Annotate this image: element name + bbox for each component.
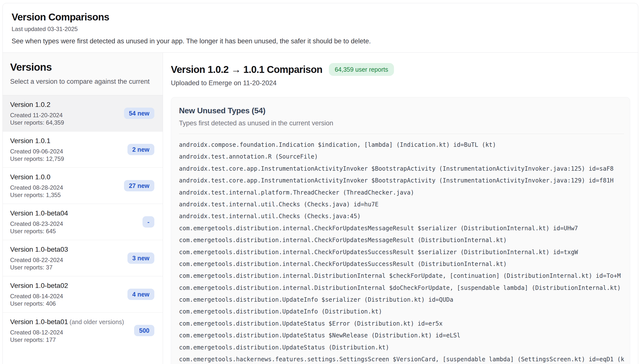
page-title: Version Comparisons: [12, 11, 629, 23]
comparison-main-panel: Version 1.0.2 → 1.0.1 Comparison 64,359 …: [163, 53, 638, 364]
version-name: Version 1.0-beta02: [10, 282, 68, 290]
version-created: Created 08-28-2024: [10, 184, 120, 191]
version-user-reports: User reports: 406: [10, 300, 124, 307]
content-split: Versions Select a version to compare aga…: [3, 53, 638, 364]
version-list-item[interactable]: Version 1.0-beta03 Created 08-22-2024 Us…: [3, 240, 163, 276]
version-list-item[interactable]: Version 1.0.1 Created 09-06-2024 User re…: [3, 132, 163, 168]
version-user-reports: User reports: 12,759: [10, 155, 124, 162]
version-created: Created 11-20-2024: [10, 112, 120, 119]
unused-type-line: androidx.test.internal.platform.ThreadCh…: [179, 187, 624, 198]
version-info: Version 1.0.2 Created 11-20-2024 User re…: [10, 100, 120, 126]
version-user-reports: User reports: 1,355: [10, 191, 120, 199]
uploaded-text: Uploaded to Emerge on 11-20-2024: [171, 79, 630, 87]
comparison-title-row: Version 1.0.2 → 1.0.1 Comparison 64,359 …: [171, 63, 630, 76]
version-name: Version 1.0-beta01: [10, 318, 68, 326]
card-subtitle: Types first detected as unused in the cu…: [179, 119, 624, 127]
new-count-badge: 4 new: [127, 289, 154, 300]
version-list-item[interactable]: Version 1.0-beta01(and older versions) C…: [3, 312, 163, 348]
version-user-reports: User reports: 645: [10, 228, 139, 235]
version-name: Version 1.0.2: [10, 101, 50, 108]
unused-type-line: androidx.test.core.app.InstrumentationAc…: [179, 174, 624, 186]
new-unused-types-card: New Unused Types (54) Types first detect…: [171, 97, 630, 364]
version-name-line: Version 1.0.0: [10, 173, 120, 182]
new-count-badge: 2 new: [127, 144, 154, 155]
version-name-line: Version 1.0-beta02: [10, 281, 124, 290]
version-name-line: Version 1.0.1: [10, 136, 124, 145]
version-list-item[interactable]: Version 1.0.0 Created 08-28-2024 User re…: [3, 168, 163, 204]
version-info: Version 1.0-beta02 Created 08-14-2024 Us…: [10, 281, 124, 307]
unused-type-line: com.emergetools.distribution.UpdateInfo …: [179, 294, 624, 306]
unused-type-line: com.emergetools.distribution.internal.Di…: [179, 270, 624, 282]
unused-type-line: com.emergetools.distribution.UpdateStatu…: [179, 318, 624, 330]
unused-type-line: com.emergetools.distribution.UpdateStatu…: [179, 342, 624, 354]
unused-type-line: androidx.test.annotation.R (SourceFile): [179, 151, 624, 162]
version-created: Created 08-12-2024: [10, 329, 130, 336]
unused-type-line: androidx.compose.foundation.Indication $…: [179, 139, 624, 151]
version-created: Created 08-14-2024: [10, 292, 124, 300]
last-updated-text: Last updated 03-31-2025: [12, 25, 629, 33]
version-list-item[interactable]: Version 1.0-beta04 Created 08-23-2024 Us…: [3, 204, 163, 240]
new-count-badge: 3 new: [127, 252, 154, 264]
version-info: Version 1.0.1 Created 09-06-2024 User re…: [10, 136, 124, 162]
version-list-item[interactable]: Version 1.0.2 Created 11-20-2024 User re…: [3, 95, 163, 132]
version-comparisons-panel: Version Comparisons Last updated 03-31-2…: [3, 3, 638, 364]
unused-type-line: com.emergetools.distribution.internal.Ch…: [179, 258, 624, 270]
unused-type-line: androidx.test.internal.util.Checks (Chec…: [179, 198, 624, 210]
card-divider: [179, 134, 624, 134]
version-name-line: Version 1.0-beta04: [10, 209, 139, 218]
unused-type-line: com.emergetools.distribution.internal.Ch…: [179, 246, 624, 258]
version-user-reports: User reports: 64,359: [10, 119, 120, 126]
unused-type-line: com.emergetools.distribution.UpdateInfo …: [179, 306, 624, 318]
unused-type-line: com.emergetools.distribution.internal.Di…: [179, 282, 624, 294]
unused-type-line: com.emergetools.distribution.internal.Ch…: [179, 234, 624, 246]
sidebar-header: Versions Select a version to compare aga…: [3, 53, 163, 95]
version-name: Version 1.0.1: [10, 137, 50, 144]
comparison-title: Version 1.0.2 → 1.0.1 Comparison: [171, 64, 323, 75]
unused-type-list: androidx.compose.foundation.Indication $…: [179, 139, 624, 364]
version-name-line: Version 1.0.2: [10, 100, 120, 109]
version-info: Version 1.0.0 Created 08-28-2024 User re…: [10, 173, 120, 199]
user-reports-badge: 64,359 user reports: [329, 63, 394, 76]
version-list-item[interactable]: Version 1.0-beta02 Created 08-14-2024 Us…: [3, 276, 163, 312]
version-name: Version 1.0-beta04: [10, 209, 68, 217]
unused-type-line: com.emergetools.hackernews.features.sett…: [179, 354, 624, 364]
versions-sidebar: Versions Select a version to compare aga…: [3, 53, 163, 364]
version-name-line: Version 1.0-beta01(and older versions): [10, 318, 130, 326]
card-title: New Unused Types (54): [179, 106, 624, 116]
unused-type-line: com.emergetools.distribution.internal.Ch…: [179, 222, 624, 234]
sidebar-subtitle: Select a version to compare against the …: [10, 77, 155, 86]
version-user-reports: User reports: 177: [10, 336, 130, 344]
version-name: Version 1.0.0: [10, 173, 50, 181]
version-name-line: Version 1.0-beta03: [10, 245, 124, 254]
version-info: Version 1.0-beta04 Created 08-23-2024 Us…: [10, 209, 139, 235]
unused-type-line: com.emergetools.distribution.UpdateStatu…: [179, 330, 624, 341]
version-created: Created 08-22-2024: [10, 256, 124, 264]
version-created: Created 08-23-2024: [10, 220, 139, 228]
version-info: Version 1.0-beta01(and older versions) C…: [10, 318, 130, 344]
version-info: Version 1.0-beta03 Created 08-22-2024 Us…: [10, 245, 124, 271]
version-created: Created 09-06-2024: [10, 148, 124, 155]
version-list: Version 1.0.2 Created 11-20-2024 User re…: [3, 95, 163, 364]
version-name: Version 1.0-beta03: [10, 246, 68, 253]
new-count-badge: 500: [134, 325, 154, 336]
page-header: Version Comparisons Last updated 03-31-2…: [3, 3, 638, 53]
version-user-reports: User reports: 37: [10, 264, 124, 271]
page-description: See when types were first detected as un…: [12, 37, 629, 46]
new-count-badge: 27 new: [124, 180, 154, 191]
unused-type-line: androidx.test.internal.util.Checks (Chec…: [179, 210, 624, 222]
version-name-suffix: (and older versions): [70, 318, 124, 325]
sidebar-title: Versions: [10, 61, 155, 74]
new-count-badge: 54 new: [124, 108, 154, 119]
new-count-badge: -: [143, 216, 154, 228]
unused-type-line: androidx.test.core.app.InstrumentationAc…: [179, 163, 624, 174]
